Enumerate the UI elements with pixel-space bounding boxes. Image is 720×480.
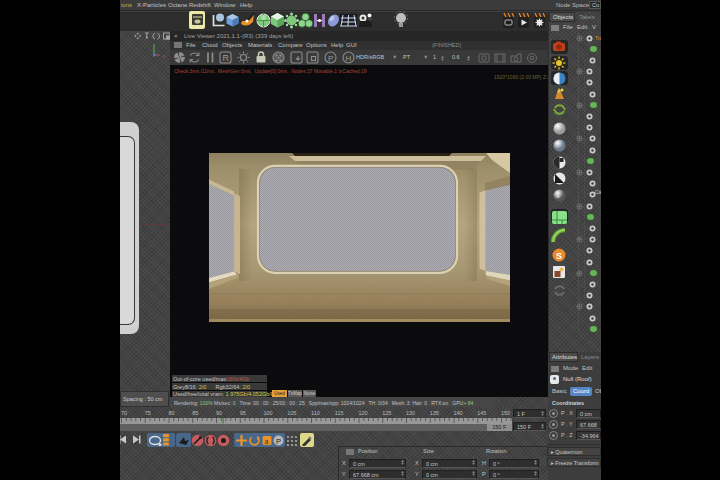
svg-text:R: R (223, 53, 230, 63)
svg-text:P: P (276, 436, 281, 445)
svg-text:H: H (346, 54, 352, 63)
svg-text:a: a (265, 437, 269, 444)
svg-text:S: S (556, 251, 562, 261)
svg-text:w: w (556, 193, 560, 199)
svg-text:x: x (163, 53, 166, 59)
svg-text:P: P (328, 54, 333, 63)
